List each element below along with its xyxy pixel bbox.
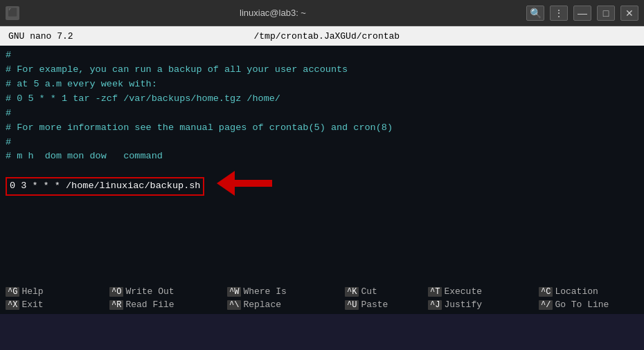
editor-line: # <box>6 136 638 150</box>
editor-line: # m h dom mon dow command <box>6 149 638 164</box>
shortcut-key-write: ^O <box>109 287 123 297</box>
editor-line: # For example, you can run a backup of a… <box>6 63 638 77</box>
shortcut-label-read: Read File <box>125 300 174 310</box>
window-title: linuxiac@lab3: ~ <box>19 8 526 18</box>
shortcuts-bar: ^G Help ^O Write Out ^W Where Is ^K Cut … <box>0 282 644 314</box>
shortcut-goto-line[interactable]: ^/ Go To Line <box>539 300 636 310</box>
shortcut-execute[interactable]: ^T Execute <box>428 286 539 297</box>
shortcut-key-justify: ^J <box>428 300 442 310</box>
shortcut-label-execute: Execute <box>444 286 482 297</box>
shortcut-location[interactable]: ^C Location <box>539 286 636 297</box>
shortcut-key-help: ^G <box>6 287 19 297</box>
title-bar-left: ⬛ <box>6 6 19 20</box>
shortcut-help[interactable]: ^G Help <box>6 286 109 297</box>
shortcut-label-replace: Replace <box>243 300 281 310</box>
separator <box>0 274 644 282</box>
close-button[interactable]: ✕ <box>620 6 638 21</box>
editor-line: # at 5 a.m every week with: <box>6 77 638 92</box>
nano-filepath: /tmp/crontab.JaXGUd/crontab <box>73 31 580 42</box>
editor-line: # <box>6 48 638 63</box>
shortcut-key-execute: ^T <box>428 287 442 297</box>
shortcut-replace[interactable]: ^\ Replace <box>227 300 345 310</box>
shortcut-key-where: ^W <box>227 287 241 297</box>
editor-line: # For more information see the manual pa… <box>6 121 638 136</box>
shortcut-label-help: Help <box>21 286 43 297</box>
editor-line: # <box>6 107 638 121</box>
shortcut-label-justify: Justify <box>444 300 482 310</box>
shortcut-key-paste: ^U <box>345 300 359 310</box>
editor-line: # 0 5 * * 1 tar -zcf /var/backups/home.t… <box>6 92 638 107</box>
maximize-button[interactable]: □ <box>597 6 615 21</box>
minimize-button[interactable]: — <box>573 6 591 21</box>
shortcut-key-read: ^R <box>109 300 123 310</box>
nano-info-bar: GNU nano 7.2 /tmp/crontab.JaXGUd/crontab <box>0 26 644 46</box>
search-button[interactable]: 🔍 <box>526 6 544 21</box>
title-bar: ⬛ linuxiac@lab3: ~ 🔍 ⋮ — □ ✕ <box>0 0 644 26</box>
shortcut-label-where: Where Is <box>243 286 286 297</box>
shortcut-key-location: ^C <box>539 287 553 297</box>
editor-area[interactable]: # # For example, you can run a backup of… <box>0 46 644 274</box>
shortcut-key-exit: ^X <box>6 300 19 310</box>
shortcut-label-exit: Exit <box>21 300 43 310</box>
arrow-icon <box>217 171 272 201</box>
shortcut-key-goto: ^/ <box>539 300 553 310</box>
shortcut-justify[interactable]: ^J Justify <box>428 300 539 310</box>
shortcut-read-file[interactable]: ^R Read File <box>109 300 227 310</box>
shortcut-cut[interactable]: ^K Cut <box>345 286 428 297</box>
shortcut-where-is[interactable]: ^W Where Is <box>227 286 345 297</box>
highlighted-line-row: 0 3 * * * /home/linuxiac/backup.sh <box>6 171 638 201</box>
shortcut-label-cut: Cut <box>361 286 377 297</box>
menu-button[interactable]: ⋮ <box>550 6 568 21</box>
shortcut-key-replace: ^\ <box>227 300 241 310</box>
shortcut-label-goto: Go To Line <box>555 300 609 310</box>
shortcut-paste[interactable]: ^U Paste <box>345 300 428 310</box>
shortcut-exit[interactable]: ^X Exit <box>6 300 109 310</box>
shortcut-label-paste: Paste <box>361 300 388 310</box>
shortcut-key-cut: ^K <box>345 287 359 297</box>
shortcut-label-location: Location <box>555 286 598 297</box>
shortcut-label-write: Write Out <box>125 286 174 297</box>
cron-entry: 0 3 * * * /home/linuxiac/backup.sh <box>6 177 204 196</box>
title-bar-controls: 🔍 ⋮ — □ ✕ <box>526 6 638 21</box>
terminal-icon: ⬛ <box>6 6 19 20</box>
shortcut-write-out[interactable]: ^O Write Out <box>109 286 227 297</box>
nano-version: GNU nano 7.2 <box>8 31 73 42</box>
